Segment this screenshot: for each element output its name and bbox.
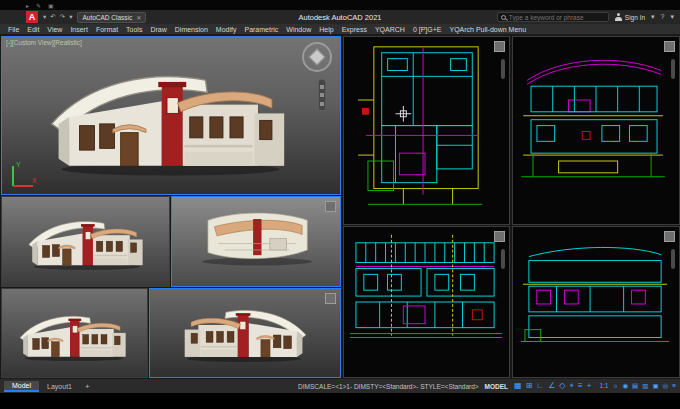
menu-item[interactable]: Dimension <box>171 26 212 33</box>
viewport-rear-elevation[interactable] <box>512 226 680 378</box>
qat-icon[interactable]: ↷ <box>60 13 65 21</box>
viewcube-icon[interactable] <box>664 231 675 242</box>
search-box[interactable] <box>497 12 609 22</box>
status-icon-lineweight[interactable]: ≡ <box>578 382 583 390</box>
search-input[interactable] <box>509 14 605 21</box>
qat-icon[interactable]: ▾ <box>43 13 46 21</box>
status-icon-isolate[interactable]: ◎ <box>663 383 669 390</box>
navigation-bar[interactable] <box>671 59 675 79</box>
ucs-icon: Y X <box>6 158 40 192</box>
top-strip-icon: ✎ <box>36 2 41 9</box>
viewport-plan[interactable] <box>343 36 510 225</box>
sign-in-button[interactable]: Sign In <box>615 13 645 21</box>
status-icon-annotation-scale[interactable]: 1:1 <box>599 383 608 390</box>
menu-item[interactable]: Parametric <box>240 26 282 33</box>
viewport-render-angle[interactable] <box>1 196 170 287</box>
menu-item[interactable]: Tools <box>122 26 146 33</box>
house-render <box>2 289 147 377</box>
status-icon-snap[interactable]: ⊞ <box>526 382 533 390</box>
tab-layout1[interactable]: Layout1 <box>39 382 80 391</box>
status-icon-ortho[interactable]: ∟ <box>536 382 544 390</box>
menu-item[interactable]: YQARCH <box>371 26 409 33</box>
status-icon-units[interactable]: ▤ <box>632 383 638 390</box>
viewcube-icon[interactable] <box>325 293 336 304</box>
status-icon-osnap[interactable]: ⌖ <box>570 382 575 390</box>
titlebar-icon[interactable]: ▾ <box>670 13 674 21</box>
status-bar: Model Layout1 + DIMSCALE=<1>1- DIMSTY=<S… <box>0 378 680 393</box>
menu-bar: FileEditViewInsertFormatToolsDrawDimensi… <box>0 24 680 35</box>
viewcube-icon[interactable] <box>494 231 505 242</box>
bottom-black-strip <box>0 393 680 409</box>
status-icon-quick-properties[interactable]: ▥ <box>642 383 648 390</box>
viewcube-icon[interactable] <box>325 201 336 212</box>
navigation-bar[interactable] <box>501 59 505 79</box>
house-render <box>172 197 340 286</box>
navigation-bar[interactable] <box>501 249 505 269</box>
add-layout-button[interactable]: + <box>80 382 95 391</box>
top-strip-icon: ▣ <box>48 2 54 9</box>
elevation-drawing <box>344 227 509 377</box>
status-icon-dyninput[interactable]: + <box>587 382 592 390</box>
status-icon-workspace[interactable]: ☼ <box>612 383 618 390</box>
status-icon-isodraft[interactable]: ◇ <box>559 382 565 390</box>
menu-item[interactable]: YQArch Pull-down Menu <box>445 26 530 33</box>
status-toggle-icons: ▦⊞∟∠◇⌖≡+ <box>514 382 591 390</box>
viewport-render-top[interactable] <box>171 196 341 287</box>
elevation-drawing <box>513 37 679 224</box>
menu-item[interactable]: Insert <box>66 26 92 33</box>
viewport-render-perspective[interactable] <box>149 288 341 378</box>
window-title: Autodesk AutoCAD 2021 <box>299 13 382 22</box>
qat-icon[interactable]: ▾ <box>69 13 72 21</box>
menu-item[interactable]: Modify <box>212 26 241 33</box>
navigation-bar[interactable] <box>318 79 326 111</box>
house-render <box>2 37 340 194</box>
screen-top-strip: ▸✎▣ <box>0 0 680 10</box>
sign-in-label: Sign In <box>625 14 645 21</box>
workspace-switcher[interactable]: AutoCAD Classic ✕ <box>77 12 146 23</box>
titlebar-icons: ▾?▾ <box>651 13 674 21</box>
elevation-drawing <box>513 227 679 377</box>
viewport-front-elevation[interactable] <box>343 226 510 378</box>
drawing-area: [-][Custom View][Realistic] Y X <box>0 35 680 378</box>
titlebar-right-cluster: Sign In ▾?▾ <box>497 12 674 22</box>
viewport-render-main[interactable]: [-][Custom View][Realistic] Y X <box>1 36 341 195</box>
menu-item[interactable]: File <box>4 26 23 33</box>
menu-item[interactable]: Help <box>315 26 337 33</box>
qat-icon[interactable]: ↶ <box>50 13 55 21</box>
floor-plan-drawing <box>344 37 509 224</box>
search-icon <box>501 15 506 20</box>
tab-model[interactable]: Model <box>4 381 39 392</box>
workspace-close-icon[interactable]: ✕ <box>136 14 141 21</box>
svg-text:Y: Y <box>16 161 21 168</box>
viewport-render-front[interactable] <box>1 288 148 378</box>
menu-item[interactable]: Edit <box>23 26 43 33</box>
menu-item[interactable]: Window <box>282 26 315 33</box>
title-bar: A ▾↶↷▾ AutoCAD Classic ✕ Autodesk AutoCA… <box>0 10 680 24</box>
top-strip-icon: ▸ <box>26 2 29 9</box>
workspace-label: AutoCAD Classic <box>82 14 132 21</box>
viewcube-icon[interactable] <box>494 41 505 52</box>
status-icon-hardware-accel[interactable]: ▣ <box>652 383 658 390</box>
house-render <box>150 289 340 377</box>
navigation-bar[interactable] <box>671 249 675 269</box>
viewport-side-elevation[interactable] <box>512 36 680 225</box>
menu-item[interactable]: Express <box>338 26 371 33</box>
menu-item[interactable]: 0 [P]G+E <box>409 26 446 33</box>
viewcube-icon[interactable] <box>302 42 332 72</box>
titlebar-icon[interactable]: ▾ <box>651 13 655 21</box>
viewcube-icon[interactable] <box>664 41 675 52</box>
house-render <box>2 197 169 286</box>
model-space-indicator[interactable]: MODEL <box>485 383 508 390</box>
menu-item[interactable]: Format <box>92 26 122 33</box>
viewport-controls-label[interactable]: [-][Custom View][Realistic] <box>6 39 82 46</box>
quick-access-toolbar: ▾↶↷▾ <box>43 13 72 21</box>
status-icon-customization[interactable]: ≡ <box>672 383 676 390</box>
status-icon-annotation-monitor[interactable]: ◉ <box>622 383 628 390</box>
svg-text:X: X <box>32 177 37 184</box>
menu-item[interactable]: Draw <box>146 26 170 33</box>
status-icon-grid[interactable]: ▦ <box>514 382 522 390</box>
status-icon-polar[interactable]: ∠ <box>548 382 555 390</box>
autocad-logo-icon[interactable]: A <box>26 11 38 23</box>
titlebar-icon[interactable]: ? <box>661 13 665 21</box>
menu-item[interactable]: View <box>43 26 66 33</box>
